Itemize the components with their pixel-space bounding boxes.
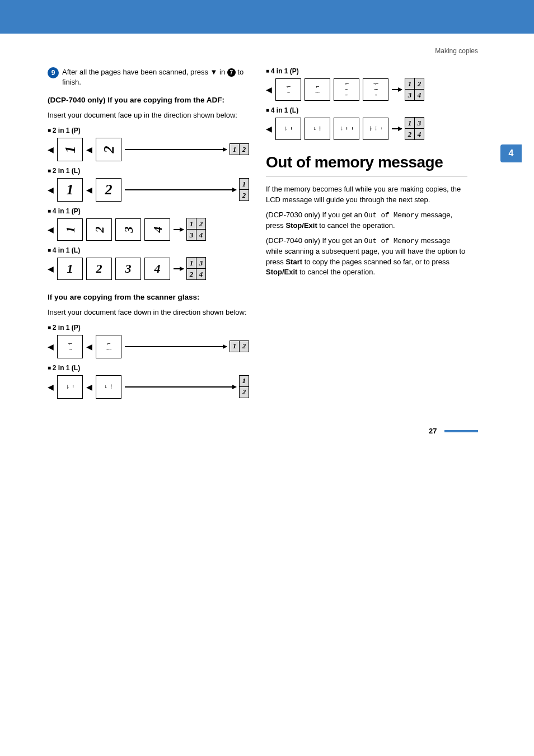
- output-grid: 12 34: [187, 218, 206, 241]
- input-box-2: 2: [86, 258, 112, 280]
- dir-arrow-icon: ◀: [48, 382, 54, 391]
- input-box-1: 1: [57, 178, 83, 202]
- dots-4-icon: ∙∙⌐∙∙∙∙∙∙: [373, 81, 378, 98]
- diagram-g-4in1-p: ◀ ∙⌐∙∙∙ ⌐∙∙∙∙∙ ∙⌐∙∙∙∙∙∙ ∙∙⌐∙∙∙∙∙∙ 12 34: [266, 78, 467, 101]
- num-1: 1: [62, 146, 78, 153]
- p2-mono: Out of Memory: [364, 212, 419, 220]
- page-number-bar: [444, 430, 478, 432]
- label-4in1-p: 4 in 1 (P): [48, 207, 249, 215]
- step-9-row: 9 After all the pages have been scanned,…: [48, 67, 249, 87]
- oom-p3: (DCP-7040 only) If you get an Out of Mem…: [266, 236, 467, 278]
- cell: 2: [239, 386, 249, 398]
- cell: 1: [229, 340, 240, 352]
- cell: 3: [186, 229, 196, 241]
- cell: 2: [239, 189, 249, 201]
- dir-arrow-icon: ◀: [86, 342, 92, 351]
- p2a: (DCP-7030 only) If you get an: [266, 211, 364, 219]
- down-arrow-glyph: ▼: [210, 68, 218, 76]
- flow-arrow-icon: [125, 149, 227, 150]
- p3d: to cancel the operation.: [297, 268, 375, 276]
- cell: 4: [414, 89, 424, 101]
- oom-p1: If the memory becomes full while you are…: [266, 184, 467, 206]
- page-footer: 27: [0, 427, 534, 452]
- output-grid: 1 2: [230, 144, 249, 155]
- cell: 2: [196, 218, 206, 230]
- cell: 1: [186, 257, 196, 269]
- dots-1-icon: ∙⌐∙∙∙: [283, 127, 294, 131]
- top-banner: [0, 0, 534, 34]
- input-box-4: 4: [144, 258, 170, 280]
- output-grid: 1 2: [240, 179, 249, 201]
- page-number: 27: [429, 427, 437, 435]
- p3-bold-start: Start: [285, 258, 302, 266]
- step9-b: in: [217, 68, 227, 76]
- flow-arrow-icon: [174, 268, 184, 269]
- input-box-2: 2: [96, 138, 121, 161]
- flow-arrow-icon: [125, 189, 236, 190]
- flow-arrow-icon: [392, 89, 402, 90]
- dots-3-icon: ∙⌐∙∙∙∙∙∙: [338, 127, 355, 131]
- cell: 2: [405, 128, 415, 140]
- diagram-2in1-p: ◀ 1 ◀ 2 1 2: [48, 138, 249, 161]
- cell: 1: [405, 117, 415, 129]
- num-2: 2: [100, 146, 117, 153]
- input-box-2: ⌐∙∙∙∙∙: [305, 78, 330, 101]
- running-header: Making copies: [435, 47, 478, 55]
- cell: 2: [239, 143, 249, 155]
- input-box-4: ∙∙⌐∙∙∙∙∙∙: [363, 78, 388, 101]
- input-box-2: ⌐∙∙∙∙∙: [305, 118, 330, 140]
- diagram-4in1-l: ◀ 1 2 3 4 13 24: [48, 258, 249, 280]
- dots-3-icon: ∙⌐∙∙∙∙∙∙: [345, 81, 349, 98]
- label-g-2in1-l: 2 in 1 (L): [48, 364, 249, 372]
- dir-arrow-icon: ◀: [86, 185, 92, 194]
- dir-arrow-icon: ◀: [48, 264, 54, 273]
- diagram-g-2in1-p: ◀ ∙⌐∙∙∙ ◀ ⌐∙∙∙∙∙ 1 2: [48, 335, 249, 358]
- diagram-g-2in1-l: ◀ ∙⌐∙∙∙ ◀ ⌐∙∙∙∙∙ 1 2: [48, 375, 249, 399]
- diagram-4in1-p: ◀ 1 2 3 4 12 34: [48, 218, 249, 241]
- page-body: Making copies 4 9 After all the pages ha…: [0, 34, 534, 427]
- p3c: to copy the pages scanned so far, or to …: [302, 258, 449, 266]
- dir-arrow-icon: ◀: [48, 145, 54, 154]
- dots-2-icon: ⌐∙∙∙∙∙: [315, 84, 320, 95]
- cell: 1: [229, 143, 240, 155]
- flow-arrow-icon: [174, 229, 184, 230]
- dir-arrow-icon: ◀: [48, 225, 54, 234]
- dots-1-icon: ∙⌐∙∙∙: [68, 341, 72, 352]
- label-4in1-l: 4 in 1 (L): [48, 246, 249, 254]
- cell: 1: [405, 78, 415, 90]
- dots-2-icon: ⌐∙∙∙∙∙: [103, 384, 114, 389]
- dir-arrow-icon: ◀: [266, 85, 272, 94]
- p3a: (DCP-7040 only) If you get an: [266, 236, 364, 245]
- input-box-2: ⌐∙∙∙∙∙: [96, 375, 121, 399]
- dir-arrow-icon: ◀: [48, 185, 54, 194]
- output-grid: 13 24: [405, 118, 424, 140]
- ref-7-badge: 7: [227, 68, 236, 77]
- output-grid: 13 24: [187, 258, 206, 280]
- p3-mono: Out of Memory: [364, 237, 419, 245]
- dir-arrow-icon: ◀: [266, 124, 272, 133]
- adf-heading: (DCP-7040 only) If you are copying from …: [48, 95, 249, 106]
- cell: 1: [186, 218, 196, 230]
- input-box-1: 1: [57, 258, 83, 280]
- step-9-badge: 9: [48, 67, 59, 78]
- input-box-3: 3: [115, 218, 141, 241]
- output-grid: 12 34: [405, 78, 424, 101]
- input-box-2: 2: [96, 178, 121, 202]
- num: 4: [150, 227, 165, 233]
- cell: 2: [239, 340, 249, 352]
- oom-heading: Out of memory message: [266, 153, 467, 171]
- glass-heading: If you are copying from the scanner glas…: [48, 292, 249, 303]
- p2c: to cancel the operation.: [317, 221, 395, 230]
- input-box-1: ∙⌐∙∙∙: [57, 375, 83, 399]
- output-grid: 1 2: [240, 376, 249, 398]
- input-box-3: ∙⌐∙∙∙∙∙∙: [334, 78, 359, 101]
- cell: 1: [239, 375, 249, 387]
- cell: 4: [196, 229, 206, 241]
- input-box-1: ∙⌐∙∙∙: [275, 118, 301, 140]
- label-g-4in1-l: 4 in 1 (L): [266, 106, 467, 114]
- cell: 3: [414, 117, 424, 129]
- p2-bold: Stop/Exit: [285, 221, 317, 230]
- num: 3: [121, 227, 135, 233]
- dots-1-icon: ∙⌐∙∙∙: [287, 84, 291, 95]
- oom-p2: (DCP-7030 only) If you get an Out of Mem…: [266, 210, 467, 231]
